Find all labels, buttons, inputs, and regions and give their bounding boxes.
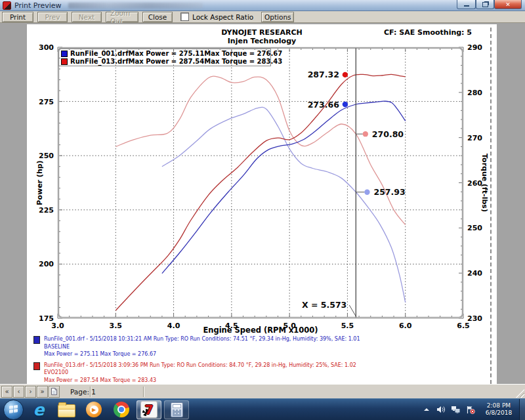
windows-logo-icon (9, 405, 18, 414)
statusbar-separator (143, 387, 144, 397)
report-subtitle: Injen Technology (27, 37, 497, 45)
folder-icon (58, 404, 75, 417)
calculator-icon (171, 402, 183, 417)
torque-axis-title: Torque (ft-lbs) (480, 144, 489, 222)
system-tray: 2:08 PM 6/8/2018 (423, 402, 516, 417)
print-button[interactable]: Print (2, 12, 33, 22)
tray-expand-icon[interactable] (423, 406, 430, 413)
page-number-label: Page: 1 (70, 388, 96, 396)
marker-dot-270.80 (363, 131, 368, 136)
resize-grip[interactable] (516, 389, 524, 398)
svg-text:175: 175 (39, 314, 54, 323)
options-button[interactable]: Options (261, 12, 294, 22)
taskbar-item-media-player[interactable]: ▶ (81, 400, 106, 419)
x-axis-title: Engine Speed (RPM x1000) (58, 326, 463, 335)
prev-button[interactable]: Prev (37, 12, 68, 22)
svg-text:270: 270 (467, 134, 482, 142)
print-preview-toolbar: Print Prev Next Zoom Out Close Lock Aspe… (0, 11, 525, 23)
chart-legend: RunFile_001.drf Max Power = 275.11 Max T… (58, 49, 271, 66)
curve-torque-runfile013 (116, 76, 405, 224)
svg-text:300: 300 (39, 43, 54, 52)
internet-explorer-icon: e (33, 402, 45, 418)
legend-swatch-red (61, 58, 68, 65)
cursor-x-label: X = 5.573 (302, 300, 346, 310)
first-page-button[interactable]: « (1, 386, 12, 398)
zoom-out-button[interactable]: Zoom Out (106, 12, 138, 22)
preview-page: DYNOJET RESEARCH Injen Technology CF: SA… (27, 24, 497, 384)
close-preview-button[interactable]: Close (142, 12, 173, 22)
last-page-button[interactable]: » (37, 386, 48, 398)
page-setup-button[interactable] (49, 386, 60, 398)
next-page-button[interactable]: › (25, 386, 36, 398)
taskbar-item-chrome[interactable] (109, 400, 134, 419)
close-button[interactable]: ✕ (494, 0, 522, 9)
dyno-chart: 3.03.54.04.55.05.56.06.53002752502252001… (58, 47, 463, 318)
window-title: Print Preview (14, 1, 62, 10)
network-icon[interactable] (451, 406, 460, 413)
taskbar-item-internet-explorer[interactable]: e (26, 400, 51, 419)
close-icon: ✕ (505, 1, 511, 8)
taskbar-item-explorer[interactable] (54, 400, 79, 419)
minimize-button[interactable] (457, 0, 476, 9)
redacted-window-subtitle (68, 3, 203, 9)
volume-icon[interactable] (436, 406, 445, 413)
run-entry-evo2100: RunFile_013.drf - 5/15/2018 3:09:36 PM R… (33, 362, 360, 385)
statusbar: « ‹ › » Page: 1 (0, 384, 525, 398)
run-entry-baseline: RunFile_001.drf - 5/15/2018 10:31:21 AM … (33, 335, 360, 358)
page-margin-guide (490, 28, 492, 384)
preview-area: DYNOJET RESEARCH Injen Technology CF: SA… (0, 23, 525, 384)
next-button[interactable]: Next (72, 12, 102, 22)
taskbar-item-calculator[interactable] (164, 400, 189, 419)
svg-text:230: 230 (467, 314, 482, 323)
svg-text:290: 290 (467, 43, 482, 52)
taskbar-item-winpep-active[interactable]: 7 (136, 400, 161, 419)
app-icon (3, 1, 11, 10)
marker-label-273.66: 273.66 (308, 100, 340, 110)
svg-text:250: 250 (467, 224, 482, 232)
marker-dot-273.66 (343, 102, 348, 107)
restore-icon (482, 2, 488, 7)
lock-aspect-label: Lock Aspect Ratio (192, 13, 253, 21)
marker-dot-257.93 (364, 190, 369, 195)
page-icon (51, 388, 57, 395)
statusbar-separator (90, 387, 91, 397)
power-axis-title: Power (hp) (35, 144, 44, 222)
legend-swatch-blue (61, 51, 68, 57)
run-swatch-blue (33, 336, 40, 344)
run-details: RunFile_001.drf - 5/15/2018 10:31:21 AM … (33, 335, 360, 384)
taskbar-clock[interactable]: 2:08 PM 6/8/2018 (481, 402, 516, 417)
minimize-icon (464, 5, 469, 7)
svg-text:200: 200 (39, 260, 54, 268)
correction-factor-label: CF: SAE Smoothing: 5 (384, 28, 472, 37)
svg-text:240: 240 (467, 269, 482, 278)
prev-page-button[interactable]: ‹ (13, 386, 24, 398)
legend-row-runfile013: RunFile_013.drf Max Power = 287.54 Max T… (61, 58, 268, 66)
run-swatch-red (33, 362, 40, 370)
svg-text:280: 280 (467, 89, 482, 97)
show-desktop-button[interactable] (519, 399, 525, 420)
media-player-icon: ▶ (86, 402, 102, 417)
marker-label-287.32: 287.32 (308, 70, 339, 79)
chrome-icon (114, 402, 129, 417)
restore-button[interactable] (476, 0, 494, 9)
svg-text:275: 275 (39, 98, 54, 106)
titlebar: Print Preview ✕ (0, 0, 525, 11)
curve-power-runfile001 (162, 101, 406, 273)
legend-row-runfile001: RunFile_001.drf Max Power = 275.11 Max T… (61, 50, 268, 58)
marker-label-257.93: 257.93 (373, 187, 405, 197)
dynojet-winpep-icon: 7 (140, 401, 158, 418)
marker-dot-287.32 (343, 72, 348, 77)
start-button[interactable] (3, 400, 24, 420)
curve-torque-runfile001 (162, 107, 406, 302)
marker-label-270.80: 270.80 (372, 129, 404, 139)
taskbar: e ▶ 7 2:08 PM 6/8/2018 (0, 398, 525, 420)
action-center-flag-icon[interactable] (466, 406, 475, 414)
lock-aspect-checkbox[interactable] (180, 12, 189, 21)
